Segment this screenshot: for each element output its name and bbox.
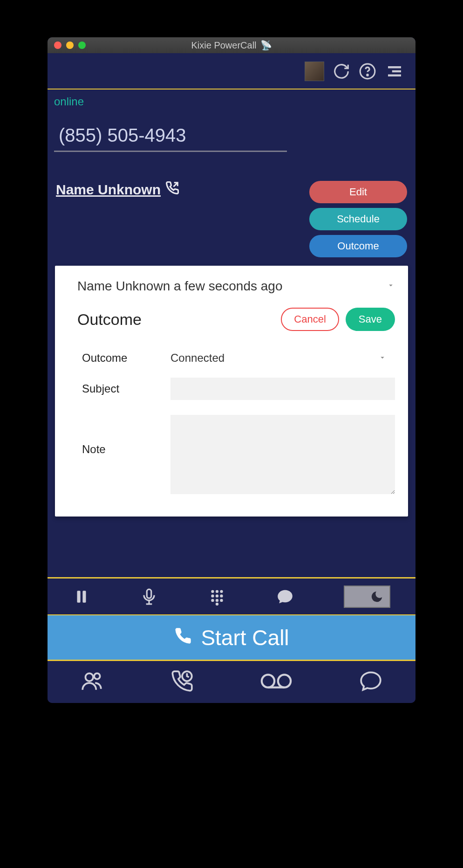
status-text: online — [54, 95, 84, 108]
svg-rect-5 — [77, 591, 80, 602]
outcome-dropdown[interactable]: Connected — [170, 351, 395, 365]
contact-name-link[interactable]: Name Unknown — [56, 181, 179, 198]
outcome-label: Outcome — [82, 351, 161, 365]
messages-nav[interactable] — [359, 669, 382, 695]
chat-button[interactable] — [276, 588, 294, 606]
svg-point-23 — [262, 675, 274, 687]
outcome-value: Connected — [170, 351, 225, 365]
outcome-card: Name Unknown a few seconds ago Outcome C… — [55, 266, 408, 517]
svg-point-20 — [86, 673, 94, 681]
svg-point-24 — [278, 675, 291, 687]
satellite-icon: 📡 — [260, 40, 272, 51]
schedule-button[interactable]: Schedule — [309, 208, 407, 230]
cancel-button[interactable]: Cancel — [281, 308, 339, 331]
svg-point-21 — [94, 673, 100, 679]
window-minimize-button[interactable] — [66, 41, 74, 49]
avatar[interactable] — [305, 62, 324, 81]
contacts-nav[interactable] — [81, 669, 104, 695]
subject-label: Subject — [82, 382, 161, 395]
phone-icon — [174, 625, 192, 650]
keypad-button[interactable] — [208, 588, 226, 606]
card-title: Outcome — [77, 310, 142, 329]
titlebar: Kixie PowerCall 📡 — [48, 37, 415, 53]
svg-point-10 — [211, 590, 214, 592]
subject-input[interactable] — [170, 378, 395, 400]
window-maximize-button[interactable] — [78, 41, 86, 49]
voicemail-nav[interactable] — [260, 669, 293, 695]
app-window: Kixie PowerCall 📡 online Name Unknown Ed… — [48, 37, 415, 703]
edit-button[interactable]: Edit — [309, 181, 407, 203]
svg-rect-7 — [147, 589, 152, 598]
save-button[interactable]: Save — [346, 308, 395, 331]
svg-point-12 — [220, 590, 223, 592]
card-header-text: Name Unknown a few seconds ago — [77, 279, 282, 294]
mode-toggle[interactable] — [344, 586, 390, 608]
svg-rect-6 — [82, 591, 86, 602]
svg-point-14 — [216, 594, 218, 597]
collapse-icon[interactable] — [387, 281, 395, 291]
help-button[interactable] — [359, 62, 376, 80]
window-close-button[interactable] — [54, 41, 61, 49]
contact-name-label: Name Unknown — [56, 182, 161, 198]
window-title: Kixie PowerCall — [191, 40, 256, 51]
svg-point-13 — [211, 594, 214, 597]
pause-button[interactable] — [73, 588, 90, 606]
note-label: Note — [82, 415, 161, 456]
call-toolbar — [48, 577, 415, 614]
svg-point-16 — [211, 599, 214, 601]
svg-point-15 — [220, 594, 223, 597]
svg-point-19 — [216, 602, 218, 605]
svg-point-17 — [216, 599, 218, 601]
svg-point-1 — [367, 75, 368, 76]
start-call-button[interactable]: Start Call — [48, 614, 415, 661]
refresh-button[interactable] — [333, 62, 350, 80]
note-textarea[interactable] — [170, 415, 395, 494]
start-call-label: Start Call — [201, 625, 289, 650]
phone-input[interactable] — [54, 122, 287, 152]
chevron-down-icon — [378, 351, 387, 365]
spacer — [48, 517, 415, 577]
call-history-nav[interactable] — [170, 669, 194, 695]
outcome-button[interactable]: Outcome — [309, 235, 407, 257]
bottom-nav — [48, 661, 415, 703]
outbound-call-icon — [165, 181, 179, 198]
svg-point-18 — [220, 599, 223, 601]
menu-button[interactable] — [385, 62, 404, 81]
svg-point-11 — [216, 590, 218, 592]
app-header — [48, 53, 415, 86]
mute-button[interactable] — [140, 588, 158, 606]
